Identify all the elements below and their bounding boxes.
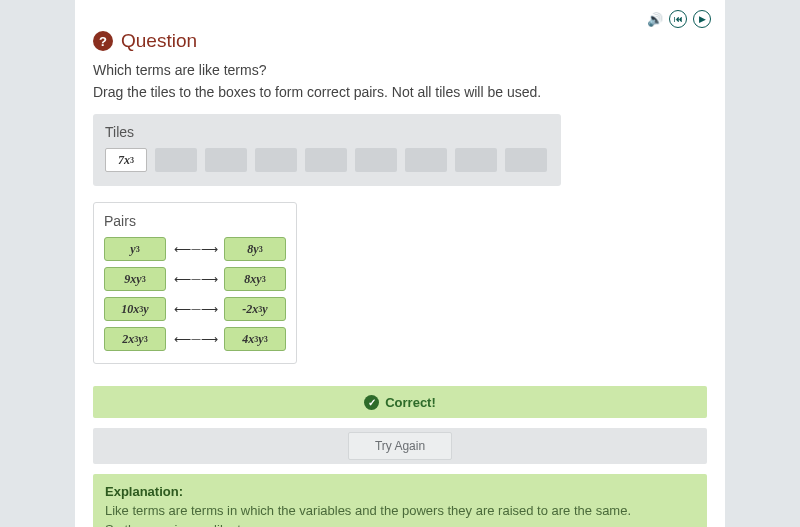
- pair-left[interactable]: 9xy3: [104, 267, 166, 291]
- explanation-line2: So these pairs are like terms.: [105, 522, 695, 527]
- check-icon: ✓: [364, 395, 379, 410]
- arrow-icon: ⟵⸺⟶: [166, 302, 224, 316]
- question-header: ? Question: [93, 30, 707, 52]
- question-badge-icon: ?: [93, 31, 113, 51]
- tile-slot[interactable]: [305, 148, 347, 172]
- tile-slot[interactable]: [205, 148, 247, 172]
- tile-item[interactable]: 7x3: [105, 148, 147, 172]
- correct-banner: ✓ Correct!: [93, 386, 707, 418]
- pair-row: y3 ⟵⸺⟶ 8y3: [104, 237, 286, 261]
- correct-label: Correct!: [385, 395, 436, 410]
- tile-slot[interactable]: [505, 148, 547, 172]
- pair-right[interactable]: 4x3y3: [224, 327, 286, 351]
- pair-left[interactable]: 2x3y3: [104, 327, 166, 351]
- explanation-title: Explanation:: [105, 484, 695, 499]
- pair-left[interactable]: y3: [104, 237, 166, 261]
- tile-slot[interactable]: [405, 148, 447, 172]
- pair-right[interactable]: 8y3: [224, 237, 286, 261]
- arrow-icon: ⟵⸺⟶: [166, 242, 224, 256]
- pairs-panel: Pairs y3 ⟵⸺⟶ 8y3 9xy3 ⟵⸺⟶ 8xy3 10x3y ⟵⸺⟶…: [93, 202, 297, 364]
- arrow-icon: ⟵⸺⟶: [166, 332, 224, 346]
- question-prompt-line2: Drag the tiles to the boxes to form corr…: [93, 84, 707, 100]
- explanation-panel: Explanation: Like terms are terms in whi…: [93, 474, 707, 527]
- pair-row: 9xy3 ⟵⸺⟶ 8xy3: [104, 267, 286, 291]
- prev-icon[interactable]: ⏮: [669, 10, 687, 28]
- try-again-row: Try Again: [93, 428, 707, 464]
- media-controls: 🔊 ⏮ ▶: [647, 10, 711, 28]
- question-title: Question: [121, 30, 197, 52]
- pair-right[interactable]: -2x3y: [224, 297, 286, 321]
- pair-right[interactable]: 8xy3: [224, 267, 286, 291]
- tiles-row: 7x3: [105, 148, 549, 172]
- tile-base: 7x: [118, 153, 130, 168]
- pair-left[interactable]: 10x3y: [104, 297, 166, 321]
- tile-slot[interactable]: [155, 148, 197, 172]
- tiles-title: Tiles: [105, 124, 549, 140]
- tile-slot[interactable]: [255, 148, 297, 172]
- pair-row: 10x3y ⟵⸺⟶ -2x3y: [104, 297, 286, 321]
- try-again-button[interactable]: Try Again: [348, 432, 452, 460]
- tile-exp: 3: [130, 156, 134, 165]
- speaker-icon[interactable]: 🔊: [647, 12, 663, 27]
- arrow-icon: ⟵⸺⟶: [166, 272, 224, 286]
- tile-slot[interactable]: [455, 148, 497, 172]
- question-page: 🔊 ⏮ ▶ ? Question Which terms are like te…: [75, 0, 725, 527]
- tile-slot[interactable]: [355, 148, 397, 172]
- play-icon[interactable]: ▶: [693, 10, 711, 28]
- explanation-line1: Like terms are terms in which the variab…: [105, 503, 695, 518]
- pair-row: 2x3y3 ⟵⸺⟶ 4x3y3: [104, 327, 286, 351]
- question-prompt-line1: Which terms are like terms?: [93, 62, 707, 78]
- tiles-panel: Tiles 7x3: [93, 114, 561, 186]
- pairs-title: Pairs: [104, 213, 286, 229]
